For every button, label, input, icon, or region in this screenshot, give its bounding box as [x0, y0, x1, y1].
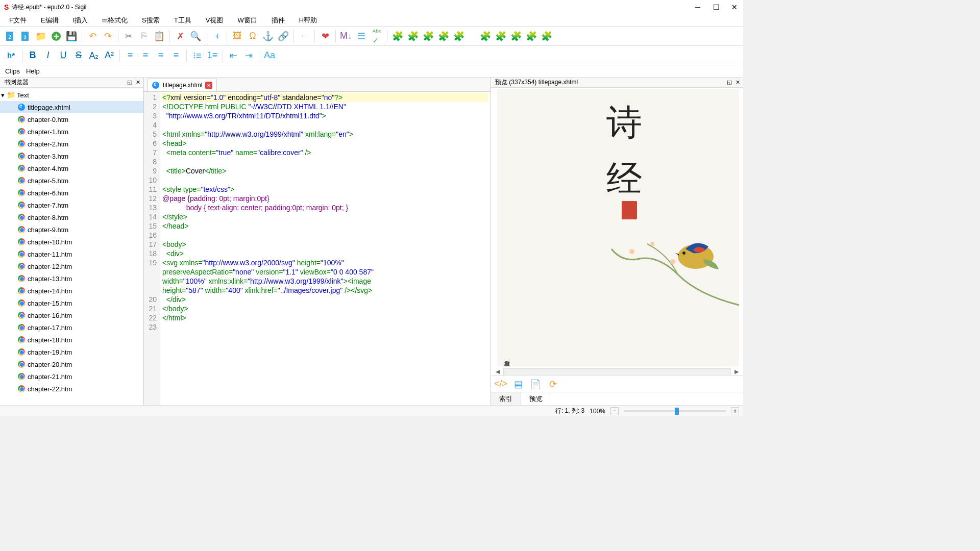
panel-close-icon[interactable]: ✕	[134, 79, 141, 86]
file-tree[interactable]: ▾ 📁 Text titlepage.xhtml chapter-0.htmch…	[0, 88, 143, 405]
close-button[interactable]: ✕	[730, 3, 739, 12]
save-icon[interactable]: 💾	[64, 29, 79, 43]
scroll-right-icon[interactable]: ▶	[733, 368, 740, 375]
plugin-1-icon[interactable]: 🧩	[390, 29, 405, 43]
superscript-icon[interactable]: A²	[102, 48, 116, 63]
file-row[interactable]: chapter-4.htm	[0, 162, 143, 174]
file-row[interactable]: chapter-15.htm	[0, 297, 143, 309]
file-row[interactable]: chapter-8.htm	[0, 211, 143, 223]
menu-file[interactable]: F文件	[2, 14, 34, 27]
menu-insert[interactable]: I插入	[66, 14, 95, 27]
clips-help[interactable]: Help	[26, 67, 40, 75]
file-row[interactable]: chapter-3.htm	[0, 150, 143, 162]
spellcheck-icon[interactable]: ᴬᴮᶜ✓	[370, 29, 384, 43]
file-row[interactable]: chapter-6.htm	[0, 187, 143, 199]
file-row[interactable]: chapter-1.htm	[0, 126, 143, 138]
case-icon[interactable]: Aa	[262, 48, 277, 63]
split-icon[interactable]: ⫞	[209, 29, 224, 43]
file-row[interactable]: chapter-14.htm	[0, 285, 143, 297]
toc-icon[interactable]: ☰	[354, 29, 369, 43]
file-row[interactable]: chapter-11.htm	[0, 248, 143, 260]
file-row[interactable]: chapter-18.htm	[0, 334, 143, 346]
scroll-left-icon[interactable]: ◀	[494, 368, 501, 375]
find-icon[interactable]: 🔍	[188, 29, 203, 43]
code-line[interactable]: "http://www.w3.org/TR/xhtml11/DTD/xhtml1…	[162, 111, 488, 120]
preview-undock-icon[interactable]: ◱	[726, 79, 733, 86]
preview-hscroll[interactable]: ◀ ▶	[491, 367, 743, 375]
align-right-icon[interactable]: ≡	[154, 48, 168, 63]
code-line[interactable]: <body>	[162, 240, 488, 249]
file-row[interactable]: chapter-19.htm	[0, 346, 143, 358]
code-line[interactable]: <style type="text/css">	[162, 185, 488, 194]
number-list-icon[interactable]: 1≡	[205, 48, 219, 63]
align-center-icon[interactable]: ≡	[138, 48, 153, 63]
code-line[interactable]: body { text-align: center; padding:0pt; …	[162, 203, 488, 212]
link-icon[interactable]: 🔗	[276, 29, 290, 43]
redo-icon[interactable]: ↷	[101, 29, 115, 43]
scroll-track[interactable]	[503, 368, 731, 374]
file-row[interactable]: chapter-2.htm	[0, 138, 143, 150]
underline-icon[interactable]: U	[56, 48, 70, 63]
file-row[interactable]: chapter-17.htm	[0, 321, 143, 334]
cut-icon[interactable]: ✂	[121, 29, 136, 43]
donate-icon[interactable]: ❤	[318, 29, 332, 43]
code-line[interactable]: <?xml version="1.0" encoding="utf-8" sta…	[162, 93, 488, 102]
strikethrough-icon[interactable]: S	[71, 48, 86, 63]
file-row[interactable]: chapter-10.htm	[0, 236, 143, 248]
plugin-5-icon[interactable]: 🧩	[452, 29, 466, 43]
file-row[interactable]: chapter-22.htm	[0, 383, 143, 395]
code-line[interactable]: </head>	[162, 221, 488, 231]
plugin-10-icon[interactable]: 🧩	[540, 29, 554, 43]
plugin-3-icon[interactable]: 🧩	[421, 29, 435, 43]
code-line[interactable]	[162, 120, 488, 130]
copy-preview-icon[interactable]: 📄	[530, 379, 541, 390]
plugin-6-icon[interactable]: 🧩	[478, 29, 493, 43]
image-icon[interactable]: 🖼	[230, 29, 244, 43]
file-row[interactable]: chapter-7.htm	[0, 199, 143, 211]
file-row[interactable]: chapter-21.htm	[0, 370, 143, 383]
code-line[interactable]: <title>Cover</title>	[162, 166, 488, 176]
maximize-button[interactable]: ☐	[712, 3, 721, 12]
code-line[interactable]	[162, 176, 488, 185]
file-titlepage[interactable]: titlepage.xhtml	[0, 101, 143, 113]
panel-undock-icon[interactable]: ◱	[126, 79, 133, 86]
new-epub3-icon[interactable]: 3	[18, 29, 33, 43]
clips-label[interactable]: Clips	[5, 67, 20, 75]
code-line[interactable]: <head>	[162, 139, 488, 148]
file-row[interactable]: chapter-12.htm	[0, 260, 143, 272]
code-editor[interactable]: 1234567891011121314151617181920212223 <?…	[144, 92, 491, 405]
code-line[interactable]: @page {padding: 0pt; margin:0pt}	[162, 194, 488, 203]
file-row[interactable]: chapter-16.htm	[0, 309, 143, 321]
menu-tools[interactable]: T工具	[167, 14, 199, 27]
file-row[interactable]: chapter-5.htm	[0, 174, 143, 187]
file-row[interactable]: chapter-0.htm	[0, 113, 143, 126]
code-line[interactable]: <div>	[162, 249, 488, 258]
code-line[interactable]: <!DOCTYPE html PUBLIC "-//W3C//DTD XHTML…	[162, 102, 488, 111]
expand-icon[interactable]: ▾	[1, 91, 5, 99]
menu-window[interactable]: W窗口	[230, 14, 264, 27]
copy-icon[interactable]: ⎘	[137, 29, 151, 43]
special-char-icon[interactable]: Ω	[246, 29, 260, 43]
paste-icon[interactable]: 📋	[152, 29, 166, 43]
plugin-9-icon[interactable]: 🧩	[524, 29, 538, 43]
plugin-4-icon[interactable]: 🧩	[436, 29, 451, 43]
menu-view[interactable]: V视图	[199, 14, 231, 27]
file-row[interactable]: chapter-20.htm	[0, 358, 143, 370]
bullet-list-icon[interactable]: ⁝≡	[190, 48, 204, 63]
code-line[interactable]: </body>	[162, 304, 488, 313]
reload-icon[interactable]: ⟳	[547, 379, 558, 390]
file-row[interactable]: chapter-13.htm	[0, 272, 143, 285]
back-icon[interactable]: ←	[297, 29, 311, 43]
tab-close-icon[interactable]: ✕	[205, 82, 212, 89]
zoom-in-button[interactable]: +	[731, 407, 739, 415]
code-line[interactable]: <html xmlns="http://www.w3.org/1999/xhtm…	[162, 130, 488, 139]
add-icon[interactable]	[49, 29, 63, 43]
menu-plugins[interactable]: 插件	[264, 14, 292, 27]
file-row[interactable]: chapter-9.htm	[0, 223, 143, 236]
bold-icon[interactable]: B	[26, 48, 40, 63]
code-line[interactable]: <svg xmlns="http://www.w3.org/2000/svg" …	[162, 258, 488, 295]
open-icon[interactable]: 📁	[34, 29, 48, 43]
menu-edit[interactable]: E编辑	[34, 14, 66, 27]
menu-format[interactable]: m格式化	[95, 14, 135, 27]
tab-index[interactable]: 索引	[491, 392, 521, 405]
